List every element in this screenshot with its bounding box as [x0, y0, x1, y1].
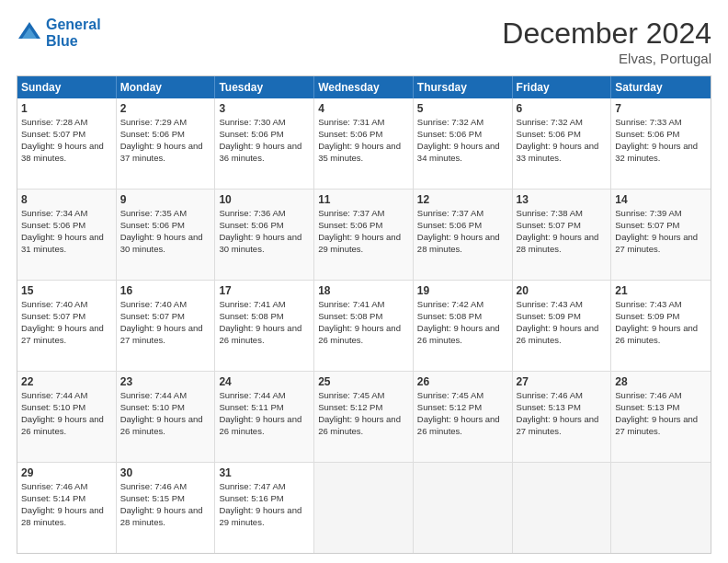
calendar-cell: 9 Sunrise: 7:35 AM Sunset: 5:06 PM Dayli… [117, 190, 216, 280]
daylight-text: Daylight: 9 hours and 38 minutes. [21, 141, 104, 163]
day-number: 10 [219, 192, 310, 207]
sunset-text: Sunset: 5:10 PM [21, 402, 85, 412]
day-number: 25 [318, 374, 409, 389]
day-number: 1 [21, 101, 112, 116]
day-number: 21 [615, 283, 707, 298]
calendar-row: 1 Sunrise: 7:28 AM Sunset: 5:07 PM Dayli… [17, 98, 711, 189]
day-number: 22 [21, 374, 112, 389]
sunrise-text: Sunrise: 7:41 AM [318, 299, 384, 309]
sunset-text: Sunset: 5:06 PM [615, 129, 679, 139]
header-sunday: Sunday [17, 76, 117, 98]
calendar-header: Sunday Monday Tuesday Wednesday Thursday… [17, 76, 711, 98]
sunrise-text: Sunrise: 7:47 AM [219, 481, 285, 491]
calendar-cell: 4 Sunrise: 7:31 AM Sunset: 5:06 PM Dayli… [314, 98, 414, 189]
day-number: 3 [219, 101, 310, 116]
sunset-text: Sunset: 5:06 PM [120, 220, 185, 230]
sunset-text: Sunset: 5:12 PM [318, 402, 382, 412]
sunset-text: Sunset: 5:08 PM [219, 311, 283, 321]
sunset-text: Sunset: 5:13 PM [517, 402, 581, 412]
day-number: 28 [615, 374, 707, 389]
sunset-text: Sunset: 5:15 PM [120, 493, 185, 503]
daylight-text: Daylight: 9 hours and 26 minutes. [417, 414, 500, 436]
daylight-text: Daylight: 9 hours and 33 minutes. [517, 141, 599, 163]
empty-cell [513, 463, 612, 553]
sunrise-text: Sunrise: 7:37 AM [417, 208, 483, 218]
header: General Blue December 2024 Elvas, Portug… [17, 17, 711, 66]
calendar-cell: 15 Sunrise: 7:40 AM Sunset: 5:07 PM Dayl… [17, 281, 117, 371]
sunrise-text: Sunrise: 7:45 AM [318, 390, 384, 400]
empty-cell [414, 463, 513, 553]
daylight-text: Daylight: 9 hours and 26 minutes. [219, 414, 301, 436]
sunrise-text: Sunrise: 7:45 AM [417, 390, 483, 400]
sunrise-text: Sunrise: 7:46 AM [120, 481, 187, 491]
calendar-cell: 16 Sunrise: 7:40 AM Sunset: 5:07 PM Dayl… [117, 281, 216, 371]
calendar-cell: 19 Sunrise: 7:42 AM Sunset: 5:08 PM Dayl… [414, 281, 513, 371]
header-wednesday: Wednesday [314, 76, 414, 98]
calendar-cell: 17 Sunrise: 7:41 AM Sunset: 5:08 PM Dayl… [215, 281, 314, 371]
calendar-cell: 30 Sunrise: 7:46 AM Sunset: 5:15 PM Dayl… [117, 463, 216, 553]
sunrise-text: Sunrise: 7:28 AM [21, 117, 87, 127]
day-number: 12 [417, 192, 508, 207]
daylight-text: Daylight: 9 hours and 26 minutes. [417, 323, 500, 345]
sunset-text: Sunset: 5:06 PM [318, 129, 382, 139]
day-number: 29 [21, 465, 112, 480]
empty-cell [611, 463, 711, 553]
day-number: 31 [219, 465, 310, 480]
daylight-text: Daylight: 9 hours and 26 minutes. [219, 323, 301, 345]
sunrise-text: Sunrise: 7:40 AM [21, 299, 87, 309]
day-number: 20 [517, 283, 608, 298]
day-number: 8 [21, 192, 112, 207]
calendar-cell: 23 Sunrise: 7:44 AM Sunset: 5:10 PM Dayl… [117, 372, 216, 462]
sunset-text: Sunset: 5:06 PM [417, 220, 482, 230]
sunrise-text: Sunrise: 7:30 AM [219, 117, 285, 127]
sunset-text: Sunset: 5:06 PM [517, 129, 581, 139]
sunset-text: Sunset: 5:06 PM [219, 129, 283, 139]
daylight-text: Daylight: 9 hours and 27 minutes. [615, 232, 698, 254]
empty-cell [314, 463, 414, 553]
day-number: 17 [219, 283, 310, 298]
header-thursday: Thursday [414, 76, 513, 98]
calendar-cell: 29 Sunrise: 7:46 AM Sunset: 5:14 PM Dayl… [17, 463, 117, 553]
calendar-cell: 3 Sunrise: 7:30 AM Sunset: 5:06 PM Dayli… [215, 98, 314, 189]
sunset-text: Sunset: 5:07 PM [615, 220, 679, 230]
header-saturday: Saturday [611, 76, 711, 98]
sunset-text: Sunset: 5:16 PM [219, 493, 283, 503]
daylight-text: Daylight: 9 hours and 31 minutes. [21, 232, 104, 254]
day-number: 14 [615, 192, 707, 207]
sunrise-text: Sunrise: 7:31 AM [318, 117, 384, 127]
sunrise-text: Sunrise: 7:41 AM [219, 299, 285, 309]
sunset-text: Sunset: 5:06 PM [318, 220, 382, 230]
calendar-body: 1 Sunrise: 7:28 AM Sunset: 5:07 PM Dayli… [17, 98, 711, 553]
daylight-text: Daylight: 9 hours and 27 minutes. [21, 323, 104, 345]
calendar-cell: 26 Sunrise: 7:45 AM Sunset: 5:12 PM Dayl… [414, 372, 513, 462]
sunrise-text: Sunrise: 7:40 AM [120, 299, 187, 309]
sunset-text: Sunset: 5:06 PM [120, 129, 185, 139]
calendar-row: 29 Sunrise: 7:46 AM Sunset: 5:14 PM Dayl… [17, 462, 711, 553]
sunrise-text: Sunrise: 7:44 AM [21, 390, 87, 400]
day-number: 7 [615, 101, 707, 116]
day-number: 2 [120, 101, 211, 116]
calendar-cell: 6 Sunrise: 7:32 AM Sunset: 5:06 PM Dayli… [513, 98, 612, 189]
sunset-text: Sunset: 5:08 PM [318, 311, 382, 321]
calendar-cell: 5 Sunrise: 7:32 AM Sunset: 5:06 PM Dayli… [414, 98, 513, 189]
daylight-text: Daylight: 9 hours and 37 minutes. [120, 141, 203, 163]
logo: General Blue [17, 17, 101, 49]
sunset-text: Sunset: 5:06 PM [417, 129, 482, 139]
daylight-text: Daylight: 9 hours and 27 minutes. [120, 323, 203, 345]
calendar-cell: 27 Sunrise: 7:46 AM Sunset: 5:13 PM Dayl… [513, 372, 612, 462]
month-title: December 2024 [502, 17, 711, 51]
header-friday: Friday [513, 76, 612, 98]
day-number: 5 [417, 101, 508, 116]
sunrise-text: Sunrise: 7:32 AM [417, 117, 483, 127]
day-number: 23 [120, 374, 211, 389]
day-number: 4 [318, 101, 409, 116]
header-monday: Monday [117, 76, 216, 98]
sunrise-text: Sunrise: 7:46 AM [21, 481, 87, 491]
sunrise-text: Sunrise: 7:37 AM [318, 208, 384, 218]
sunrise-text: Sunrise: 7:33 AM [615, 117, 681, 127]
daylight-text: Daylight: 9 hours and 29 minutes. [219, 505, 301, 527]
day-number: 9 [120, 192, 211, 207]
daylight-text: Daylight: 9 hours and 26 minutes. [21, 414, 104, 436]
day-number: 27 [517, 374, 608, 389]
sunset-text: Sunset: 5:07 PM [120, 311, 185, 321]
